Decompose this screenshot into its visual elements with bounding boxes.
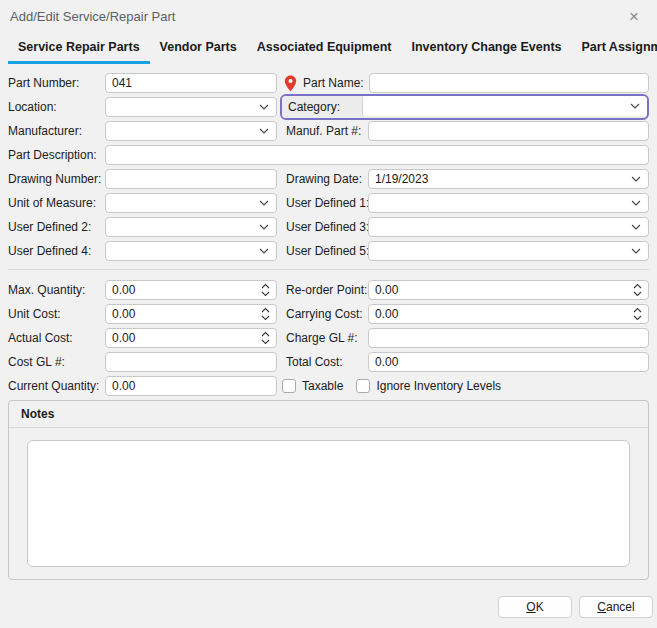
user-defined-5-select[interactable] bbox=[368, 241, 649, 261]
part-number-input[interactable] bbox=[105, 73, 277, 93]
row-part-description: Part Description: bbox=[8, 145, 649, 165]
manufacturer-label: Manufacturer: bbox=[8, 124, 105, 138]
reorder-point-stepper bbox=[368, 280, 649, 300]
row-actual-cost-charge-gl: Actual Cost: Charge GL #: bbox=[8, 328, 649, 348]
user-defined-4-select[interactable] bbox=[105, 241, 277, 261]
chevron-down-icon bbox=[631, 224, 641, 230]
user-defined-5-label: User Defined 5: bbox=[285, 244, 368, 258]
row-drawing: Drawing Number: Drawing Date: 1/19/2023 bbox=[8, 169, 649, 189]
chevron-down-icon bbox=[259, 248, 269, 254]
chevron-up-down-icon[interactable] bbox=[261, 331, 270, 345]
cost-gl-input[interactable] bbox=[105, 352, 277, 372]
actual-cost-input[interactable] bbox=[105, 328, 277, 348]
tab-inventory-change-events[interactable]: Inventory Change Events bbox=[401, 34, 571, 64]
chevron-down-icon bbox=[631, 200, 641, 206]
category-select[interactable] bbox=[362, 96, 647, 116]
chevron-up-down-icon[interactable] bbox=[633, 283, 642, 297]
category-label: Category: bbox=[282, 96, 362, 118]
user-defined-2-label: User Defined 2: bbox=[8, 220, 105, 234]
row-location-category: Location: Category: bbox=[8, 94, 649, 120]
row-ud4-ud5: User Defined 4: User Defined 5: bbox=[8, 241, 649, 261]
charge-gl-input[interactable] bbox=[368, 328, 649, 348]
max-quantity-label: Max. Quantity: bbox=[8, 283, 105, 297]
chevron-up-down-icon[interactable] bbox=[261, 283, 270, 297]
tab-associated-equipment[interactable]: Associated Equipment bbox=[247, 34, 402, 64]
tab-service-repair-parts[interactable]: Service Repair Parts bbox=[8, 34, 150, 64]
max-quantity-input[interactable] bbox=[105, 280, 277, 300]
location-pin-icon bbox=[284, 75, 298, 92]
row-ud2-ud3: User Defined 2: User Defined 3: bbox=[8, 217, 649, 237]
part-name-input[interactable] bbox=[369, 73, 649, 93]
current-quantity-label: Current Quantity: bbox=[8, 379, 105, 393]
unit-cost-input[interactable] bbox=[105, 304, 277, 324]
max-quantity-stepper bbox=[105, 280, 277, 300]
notes-textarea[interactable] bbox=[27, 440, 630, 567]
part-name-label: Part Name: bbox=[303, 76, 365, 90]
user-defined-4-label: User Defined 4: bbox=[8, 244, 105, 258]
ok-button[interactable]: OK bbox=[498, 596, 572, 618]
chevron-down-icon bbox=[630, 103, 640, 109]
location-select[interactable] bbox=[105, 97, 277, 117]
form-area: Part Number: Part Name: Location: Catego… bbox=[0, 64, 657, 618]
ignore-inventory-levels-checkbox[interactable] bbox=[356, 379, 370, 393]
chevron-down-icon bbox=[259, 128, 269, 134]
chevron-down-icon bbox=[259, 104, 269, 110]
part-description-label: Part Description: bbox=[8, 148, 105, 162]
user-defined-3-select[interactable] bbox=[368, 217, 649, 237]
unit-cost-label: Unit Cost: bbox=[8, 307, 105, 321]
row-max-qty-reorder: Max. Quantity: Re-order Point: bbox=[8, 280, 649, 300]
title-bar: Add/Edit Service/Repair Part × bbox=[0, 0, 657, 32]
chevron-up-down-icon[interactable] bbox=[633, 307, 642, 321]
carrying-cost-stepper bbox=[368, 304, 649, 324]
reorder-point-input[interactable] bbox=[368, 280, 649, 300]
drawing-number-input[interactable] bbox=[105, 169, 277, 189]
notes-body bbox=[9, 428, 648, 580]
ignore-inventory-levels-label: Ignore Inventory Levels bbox=[376, 379, 501, 393]
carrying-cost-input[interactable] bbox=[368, 304, 649, 324]
row-cost-gl-total-cost: Cost GL #: Total Cost: bbox=[8, 352, 649, 372]
user-defined-1-label: User Defined 1: bbox=[285, 196, 368, 210]
notes-group: Notes bbox=[8, 400, 649, 580]
tab-part-assignments[interactable]: Part Assignments bbox=[572, 34, 657, 64]
carrying-cost-label: Carrying Cost: bbox=[285, 307, 368, 321]
drawing-date-label: Drawing Date: bbox=[285, 172, 368, 186]
row-uom-ud1: Unit of Measure: User Defined 1: bbox=[8, 193, 649, 213]
row-current-quantity-flags: Current Quantity: Taxable Ignore Invento… bbox=[8, 376, 649, 396]
notes-group-title: Notes bbox=[9, 401, 648, 428]
unit-cost-stepper bbox=[105, 304, 277, 324]
actual-cost-stepper bbox=[105, 328, 277, 348]
taxable-checkbox[interactable] bbox=[282, 379, 296, 393]
manuf-part-no-label: Manuf. Part #: bbox=[285, 124, 368, 138]
row-manufacturer: Manufacturer: Manuf. Part #: bbox=[8, 121, 649, 141]
user-defined-1-select[interactable] bbox=[368, 193, 649, 213]
manufacturer-select[interactable] bbox=[105, 121, 277, 141]
tab-vendor-parts[interactable]: Vendor Parts bbox=[150, 34, 247, 64]
charge-gl-label: Charge GL #: bbox=[285, 331, 368, 345]
cancel-button[interactable]: Cancel bbox=[579, 596, 653, 618]
user-defined-3-label: User Defined 3: bbox=[285, 220, 368, 234]
drawing-date-select[interactable]: 1/19/2023 bbox=[368, 169, 649, 189]
add-edit-service-repair-part-dialog: Add/Edit Service/Repair Part × Service R… bbox=[0, 0, 657, 628]
user-defined-2-select[interactable] bbox=[105, 217, 277, 237]
unit-of-measure-select[interactable] bbox=[105, 193, 277, 213]
category-focus-ring: Category: bbox=[280, 94, 649, 120]
part-number-label: Part Number: bbox=[8, 76, 105, 90]
chevron-down-icon bbox=[631, 248, 641, 254]
location-label: Location: bbox=[8, 100, 105, 114]
chevron-up-down-icon[interactable] bbox=[261, 307, 270, 321]
taxable-label: Taxable bbox=[302, 379, 343, 393]
total-cost-input[interactable] bbox=[368, 352, 649, 372]
part-description-input[interactable] bbox=[105, 145, 649, 165]
tab-bar: Service Repair Parts Vendor Parts Associ… bbox=[0, 34, 657, 64]
drawing-number-label: Drawing Number: bbox=[8, 172, 105, 186]
current-quantity-input[interactable] bbox=[105, 376, 277, 396]
dialog-button-row: OK Cancel bbox=[8, 596, 653, 618]
manuf-part-no-input[interactable] bbox=[368, 121, 649, 141]
dialog-title: Add/Edit Service/Repair Part bbox=[10, 9, 175, 24]
actual-cost-label: Actual Cost: bbox=[8, 331, 105, 345]
unit-of-measure-label: Unit of Measure: bbox=[8, 196, 105, 210]
total-cost-label: Total Cost: bbox=[285, 355, 368, 369]
reorder-point-label: Re-order Point: bbox=[285, 283, 368, 297]
chevron-down-icon bbox=[631, 176, 641, 182]
close-icon[interactable]: × bbox=[623, 6, 645, 27]
